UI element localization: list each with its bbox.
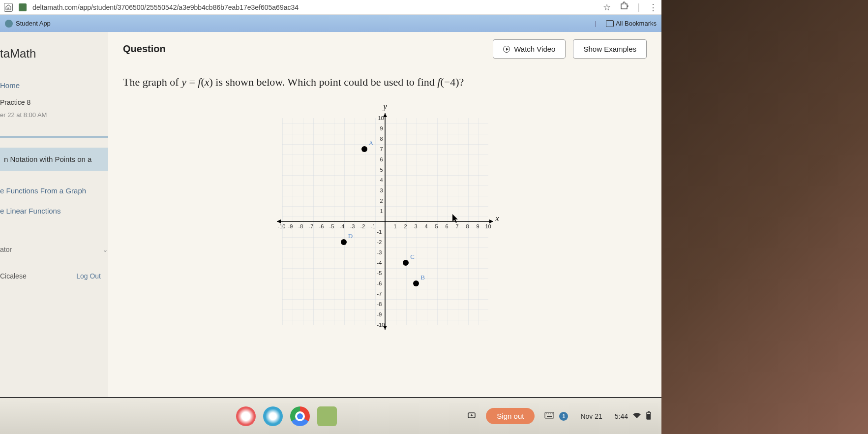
y-tick: -9 (377, 311, 382, 317)
y-tick: 2 (380, 198, 383, 204)
play-icon (503, 46, 510, 53)
screen: deltamath.com/app/student/3706500/255505… (0, 0, 661, 434)
bookmarks-bar: Student App | All Bookmarks (0, 15, 661, 32)
y-tick: 8 (380, 136, 383, 142)
home-icon[interactable] (4, 3, 13, 12)
watch-video-label: Watch Video (514, 45, 555, 53)
sidebar-item-current[interactable]: n Notation with Points on a (0, 148, 108, 171)
x-tick: -5 (329, 223, 334, 229)
chart-point-label-C: C (410, 253, 415, 261)
svg-point-9 (546, 413, 547, 414)
y-tick: -5 (377, 270, 382, 276)
chevron-down-icon: ⌄ (102, 246, 108, 253)
divider: | (637, 2, 640, 12)
sidebar-item-due: er 22 at 8:00 AM (0, 109, 108, 128)
svg-rect-8 (545, 412, 554, 418)
show-examples-button[interactable]: Show Examples (573, 39, 647, 59)
y-tick: -3 (377, 249, 382, 255)
y-tick: 4 (380, 177, 383, 183)
x-tick: -1 (371, 223, 376, 229)
chrome-icon[interactable] (290, 406, 310, 426)
svg-point-12 (552, 413, 553, 414)
y-tick: 3 (380, 187, 383, 193)
chart-point-B[interactable] (413, 280, 419, 286)
keyboard-icon (544, 412, 554, 420)
logout-link[interactable]: Log Out (76, 272, 101, 280)
sidebar-item-practice[interactable]: Practice 8 (0, 95, 108, 109)
x-tick: 3 (415, 223, 418, 229)
y-tick: 9 (380, 125, 383, 131)
brand-logo[interactable]: taMath (0, 42, 108, 75)
sidebar-item-home[interactable]: Home (0, 75, 108, 95)
sidebar-item-linear[interactable]: e Linear Functions (0, 201, 108, 221)
battery-icon (646, 411, 652, 421)
x-tick: 4 (425, 223, 428, 229)
x-tick: 1 (394, 223, 397, 229)
x-tick: -6 (319, 223, 324, 229)
x-tick: -7 (309, 223, 314, 229)
chart-point-D[interactable] (341, 239, 347, 245)
main-header: Question Watch Video Show Examples (123, 32, 647, 66)
tray-expand-icon[interactable] (467, 411, 476, 422)
system-tray[interactable]: 1 Nov 21 5:44 (544, 411, 652, 421)
sidebar: taMath Home Practice 8 er 22 at 8:00 AM … (0, 32, 108, 397)
signout-button[interactable]: Sign out (486, 408, 535, 424)
sidebar-item-functions-graph[interactable]: e Functions From a Graph (0, 181, 108, 201)
sidebar-item-ator[interactable]: ator ⌄ (0, 241, 108, 258)
bookmark-favicon-icon (5, 20, 13, 28)
all-bookmarks-label: All Bookmarks (616, 20, 657, 27)
x-tick: -9 (288, 223, 293, 229)
y-tick: 5 (380, 167, 383, 173)
x-tick: -4 (340, 223, 345, 229)
menu-dots-icon[interactable]: ⋮ (649, 2, 658, 13)
y-tick: -10 (377, 322, 385, 328)
main-content: Question Watch Video Show Examples The g… (108, 32, 661, 397)
chart-point-label-A: A (369, 139, 373, 147)
bookmark-label: Student App (16, 20, 51, 27)
app-icon-4[interactable] (317, 406, 337, 426)
y-tick: 10 (378, 115, 384, 121)
show-examples-label: Show Examples (583, 45, 636, 53)
x-tick: 10 (485, 223, 491, 229)
wifi-icon (633, 412, 641, 420)
svg-marker-5 (277, 219, 281, 223)
x-tick: -8 (299, 223, 303, 229)
chart-point-label-B: B (420, 274, 425, 281)
y-tick: -7 (377, 291, 382, 297)
y-tick: -2 (377, 239, 382, 245)
extension-icon[interactable] (620, 1, 629, 13)
app-icon-2[interactable] (263, 406, 283, 426)
folder-icon (606, 20, 614, 27)
taskbar-time: 5:44 (615, 412, 628, 420)
y-tick: -4 (377, 260, 382, 266)
taskbar-date: Nov 21 (580, 412, 602, 420)
chart-container: y x -10-9-8-7-6-5-4-3-2-112345678910-10-… (123, 98, 647, 344)
chart-point-A[interactable] (361, 146, 367, 152)
star-icon[interactable]: ☆ (603, 2, 611, 13)
y-tick: 1 (380, 208, 383, 214)
site-favicon-icon (19, 3, 27, 11)
x-tick: 7 (456, 223, 459, 229)
chart-point-label-D: D (348, 232, 353, 240)
signout-label: Sign out (497, 412, 524, 420)
bookmark-student-app[interactable]: Student App (5, 20, 51, 28)
sidebar-username: Cicalese (0, 268, 27, 284)
y-tick: -8 (377, 301, 382, 307)
question-text: The graph of y = f(x) is shown below. Wh… (123, 66, 647, 98)
x-tick: -10 (278, 223, 286, 229)
svg-rect-15 (648, 411, 650, 412)
coordinate-chart[interactable]: y x -10-9-8-7-6-5-4-3-2-112345678910-10-… (267, 103, 503, 340)
url-text[interactable]: deltamath.com/app/student/3706500/255505… (32, 3, 597, 11)
y-tick: -6 (377, 280, 382, 286)
app-icon-1[interactable] (236, 406, 256, 426)
x-tick: 8 (466, 223, 469, 229)
x-tick: 6 (446, 223, 449, 229)
y-axis-label: y (384, 102, 387, 111)
sidebar-ator-label: ator (0, 246, 12, 253)
y-tick: 6 (380, 156, 383, 162)
svg-rect-16 (647, 414, 650, 419)
watch-video-button[interactable]: Watch Video (493, 39, 566, 59)
question-heading: Question (123, 43, 166, 55)
all-bookmarks-button[interactable]: | All Bookmarks (595, 20, 657, 27)
chart-point-C[interactable] (403, 260, 409, 266)
